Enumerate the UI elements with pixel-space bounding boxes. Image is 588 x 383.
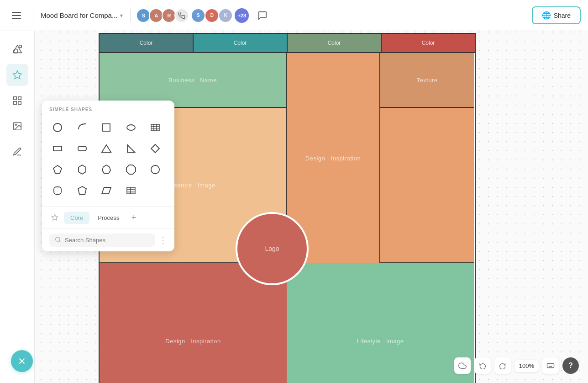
help-button[interactable]: ?	[562, 357, 579, 374]
divider2	[130, 9, 131, 22]
cell-lifestyle-image: Lifestyle Image	[287, 263, 474, 383]
shape-nonagon[interactable]	[145, 160, 165, 180]
svg-marker-35	[52, 214, 58, 220]
shape-rect-thin[interactable]	[47, 138, 68, 159]
shape-pentagon[interactable]	[47, 160, 68, 180]
left-sidebar	[0, 31, 35, 383]
svg-marker-3	[13, 71, 21, 79]
bottom-controls: 100% ?	[454, 357, 579, 374]
svg-marker-24	[79, 165, 86, 174]
shape-ellipse[interactable]	[121, 117, 141, 138]
search-more-button[interactable]: ⋮	[159, 235, 167, 245]
shape-circle[interactable]	[47, 117, 68, 138]
keyboard-shortcut-button[interactable]	[542, 357, 559, 374]
globe-icon: 🌐	[542, 11, 551, 20]
color-cell-4: Color	[382, 34, 475, 52]
shape-pentagon-flat[interactable]	[72, 181, 92, 201]
shape-hexagon[interactable]	[72, 160, 92, 180]
sidebar-item-shapes[interactable]	[6, 38, 28, 60]
svg-marker-26	[126, 165, 136, 174]
collaborators-list: S A R S D K +28	[138, 8, 249, 23]
undo-button[interactable]	[474, 357, 491, 374]
svg-rect-5	[18, 97, 21, 100]
sidebar-item-image[interactable]	[6, 115, 28, 137]
shape-arc[interactable]	[72, 117, 92, 138]
svg-rect-11	[103, 124, 110, 131]
shape-triangle[interactable]	[96, 138, 116, 159]
color-row: Color Color Color Color	[100, 34, 475, 52]
close-button[interactable]	[11, 350, 33, 372]
svg-rect-13	[151, 124, 159, 131]
svg-point-9	[15, 124, 16, 125]
svg-marker-20	[102, 145, 111, 152]
texture-label: Texture	[416, 77, 437, 84]
svg-rect-18	[53, 146, 62, 151]
tab-add-button[interactable]: +	[127, 211, 140, 224]
tab-star-icon[interactable]	[47, 210, 62, 225]
sidebar-item-grid[interactable]	[6, 90, 28, 112]
color-cell-3: Color	[288, 34, 382, 52]
svg-rect-2	[19, 45, 21, 48]
svg-point-12	[127, 125, 135, 130]
cell-texture: Texture	[380, 53, 474, 108]
cell-business-name: Business Name	[100, 53, 287, 108]
svg-rect-19	[78, 146, 86, 151]
shape-parallelogram[interactable]	[96, 181, 116, 201]
svg-marker-21	[127, 145, 135, 152]
search-input-wrap	[49, 234, 155, 247]
svg-rect-39	[547, 364, 554, 368]
shapes-section-title: Simple Shapes	[42, 101, 174, 116]
color-cell-2: Color	[194, 34, 288, 52]
tab-process[interactable]: Process	[91, 212, 126, 224]
doc-title[interactable]: Mood Board for Compa... ▾	[41, 11, 123, 19]
share-label: Share	[554, 12, 571, 19]
comment-button[interactable]	[254, 7, 271, 24]
svg-marker-30	[102, 187, 111, 194]
avatar-k[interactable]: K	[218, 8, 233, 23]
avatar-extra-count[interactable]: +28	[235, 8, 249, 23]
svg-marker-23	[53, 165, 62, 173]
color-label-1: Color	[140, 40, 153, 46]
svg-marker-29	[78, 186, 86, 194]
search-icon	[55, 236, 61, 244]
avatar-phone[interactable]	[174, 8, 189, 23]
cloud-save-button[interactable]	[454, 357, 471, 374]
share-button[interactable]: 🌐 Share	[532, 6, 581, 24]
shape-rounded-square[interactable]	[47, 181, 68, 201]
redo-button[interactable]	[494, 357, 511, 374]
lifestyle-image-label: Lifestyle Image	[357, 338, 404, 345]
shape-right-triangle[interactable]	[121, 138, 141, 159]
shape-rect-rounded[interactable]	[72, 138, 92, 159]
tab-core[interactable]: Core	[64, 212, 89, 224]
shape-table2[interactable]	[121, 181, 141, 201]
shape-octagon[interactable]	[121, 160, 141, 180]
shape-square[interactable]	[96, 117, 116, 138]
svg-marker-25	[102, 165, 110, 173]
shape-diamond[interactable]	[145, 138, 165, 159]
zoom-level[interactable]: 100%	[514, 360, 539, 372]
sidebar-item-draw[interactable]	[6, 141, 28, 163]
business-name-label: Business Name	[168, 77, 217, 84]
avatar-d2[interactable]: D	[205, 8, 219, 23]
search-input[interactable]	[65, 237, 150, 244]
menu-button[interactable]	[7, 6, 26, 25]
design-inspiration-label: Design Inspiration	[305, 155, 361, 162]
color-label-2: Color	[234, 40, 247, 46]
design-inspiration-bottom-label: Design Inspiration	[165, 338, 220, 345]
shape-table[interactable]	[145, 117, 165, 138]
svg-rect-6	[13, 101, 16, 104]
shape-heptagon[interactable]	[96, 160, 116, 180]
color-label-4: Color	[422, 40, 435, 46]
logo-circle: Logo	[236, 212, 309, 285]
svg-marker-22	[151, 144, 159, 153]
shapes-panel: Simple Shapes	[42, 101, 174, 251]
tabs-row: Core Process +	[42, 206, 174, 229]
svg-rect-31	[127, 187, 135, 194]
avatar-sd[interactable]: S	[191, 8, 205, 23]
svg-rect-7	[18, 101, 21, 104]
shapes-grid	[42, 116, 174, 206]
sidebar-item-star[interactable]	[6, 64, 28, 86]
logo-label: Logo	[265, 245, 279, 252]
svg-rect-4	[13, 97, 16, 100]
chevron-down-icon: ▾	[120, 12, 123, 19]
